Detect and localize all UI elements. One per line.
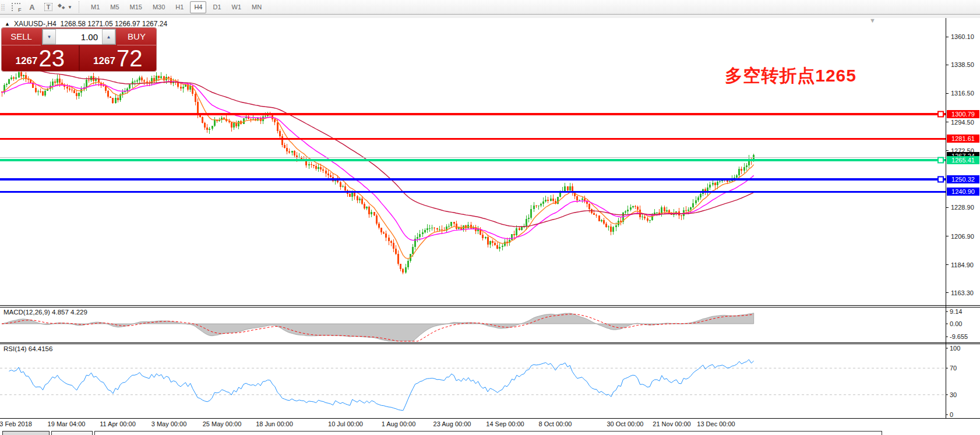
price-axis-label[interactable]: 1338.50 [951, 61, 974, 68]
date-axis-label[interactable]: 1 Aug 00:00 [382, 420, 416, 427]
rsi-axis-label: 0 [950, 411, 953, 418]
price-axis-label[interactable]: 1360.10 [951, 33, 974, 40]
date-axis-label[interactable]: 3 May 00:00 [151, 420, 187, 427]
bid-price-display[interactable]: 1267 23 [2, 45, 79, 71]
macd-axis-label: 0.00 [950, 320, 962, 327]
date-axis-label[interactable]: 8 Oct 00:00 [539, 420, 572, 427]
candle-body [441, 229, 443, 230]
candle-body [134, 82, 136, 82]
candle-body [129, 84, 131, 89]
candle-body [467, 225, 469, 228]
line-drag-marker[interactable] [937, 157, 944, 163]
date-axis-label[interactable]: 30 Oct 00:00 [607, 420, 644, 427]
date-axis-label[interactable]: 13 Dec 00:00 [697, 420, 735, 427]
volume-increase-button[interactable]: ▲ [102, 29, 115, 44]
timeframe-button-m15[interactable]: M15 [126, 1, 146, 13]
candle-body [712, 183, 714, 185]
text-tool-icon[interactable]: T [41, 1, 56, 13]
candle-body [195, 94, 196, 102]
candle-body [54, 82, 56, 83]
candle-body [729, 181, 731, 182]
candle-body [10, 77, 12, 79]
date-axis-label[interactable]: 23 Aug 00:00 [433, 420, 471, 427]
candle-body [494, 243, 496, 245]
candle-body [595, 215, 597, 215]
candle-body [357, 196, 358, 200]
candle-body [277, 122, 279, 131]
candle-body [528, 218, 530, 219]
candle-body [719, 181, 721, 182]
volume-spinner: ▼ 1.00 ▲ [42, 29, 116, 45]
candle-body [388, 238, 390, 241]
date-axis-label[interactable]: 11 Apr 00:00 [100, 420, 136, 427]
date-axis-label[interactable]: 14 Sep 00:00 [486, 420, 524, 427]
price-axis-label[interactable]: 1163.30 [951, 289, 974, 296]
text-label-tool-icon[interactable]: A [24, 1, 40, 13]
candle-body [6, 84, 8, 85]
date-axis-label[interactable]: 19 Mar 04:00 [48, 420, 86, 427]
price-axis-label[interactable]: 1228.90 [951, 204, 974, 211]
volume-input[interactable]: 1.00 [56, 29, 102, 44]
candle-body [690, 207, 692, 210]
candle-body [482, 235, 484, 238]
fibonacci-tool-icon[interactable]: F [8, 1, 23, 13]
candle-body [214, 120, 216, 126]
date-axis-label[interactable]: 10 Jul 00:00 [328, 420, 363, 427]
price-axis-line[interactable] [946, 17, 946, 418]
sell-button[interactable]: SELL [2, 28, 41, 45]
candle-body [717, 182, 718, 186]
candle-body [433, 228, 435, 228]
taskbar-button-edge[interactable] [51, 431, 93, 435]
candle-body [66, 87, 68, 89]
price-axis-label[interactable]: 1206.90 [951, 233, 974, 240]
date-axis-label[interactable]: 23 Feb 2018 [0, 420, 32, 427]
candle-body [393, 243, 394, 248]
candle-body [567, 186, 569, 190]
taskbar-button-edge[interactable] [94, 431, 882, 435]
timeframe-button-m5[interactable]: M5 [106, 1, 123, 13]
date-axis-label[interactable]: 21 Nov 00:00 [653, 420, 690, 427]
candle-body [301, 157, 302, 159]
candle-body [601, 220, 602, 221]
line-drag-marker[interactable] [937, 176, 944, 183]
line-price-label: 1300.79 [947, 110, 979, 118]
toolbar-grip[interactable]: ⣿ [0, 0, 7, 14]
ask-price-display[interactable]: 1267 72 [80, 45, 157, 71]
candle-body [385, 234, 387, 238]
candle-body [692, 203, 694, 207]
shapes-tool-icon[interactable]: ◆◆ ▼ [57, 1, 73, 13]
candle-body [380, 228, 382, 232]
timeframe-button-h4[interactable]: H4 [190, 1, 206, 13]
price-axis-label[interactable]: 1316.50 [951, 90, 974, 97]
timeframe-button-d1[interactable]: D1 [209, 1, 225, 13]
candle-body [456, 224, 457, 229]
date-axis-label[interactable]: 18 Jun 00:00 [256, 420, 293, 427]
taskbar-button-edge[interactable] [2, 431, 50, 435]
candle-body [397, 254, 399, 264]
candle-body [340, 182, 341, 187]
collapse-triangle-icon[interactable]: ▲ [5, 21, 10, 27]
line-drag-marker[interactable] [937, 111, 944, 117]
timeframe-button-w1[interactable]: W1 [228, 1, 246, 13]
candle-body [448, 226, 450, 227]
candle-body [685, 210, 687, 211]
date-axis-label[interactable]: 25 May 00:00 [203, 420, 242, 427]
volume-decrease-button[interactable]: ▼ [43, 29, 56, 44]
candle-body [69, 89, 70, 90]
candle-body [644, 217, 646, 218]
timeframe-button-h1[interactable]: H1 [171, 1, 188, 13]
candle-body [453, 222, 455, 223]
candle-body [284, 145, 285, 148]
price-axis-label[interactable]: 1184.90 [951, 261, 974, 268]
candle-body [204, 123, 206, 127]
buy-button[interactable]: BUY [117, 28, 156, 45]
chart-annotation-text[interactable]: 多空转折点1265 [670, 64, 856, 88]
candle-body [588, 204, 590, 209]
price-axis-label[interactable]: 1294.50 [951, 119, 974, 126]
timeframe-button-m30[interactable]: M30 [149, 1, 169, 13]
candle-body [223, 118, 225, 119]
timeframe-button-m1[interactable]: M1 [87, 1, 104, 13]
candle-body [44, 91, 46, 96]
candle-body [709, 185, 711, 188]
timeframe-button-mn[interactable]: MN [248, 1, 266, 13]
